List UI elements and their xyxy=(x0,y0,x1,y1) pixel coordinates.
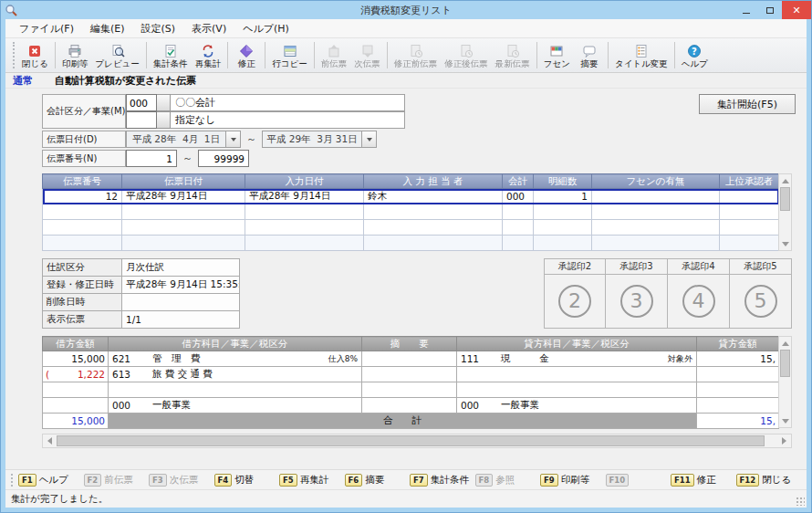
cell-summary xyxy=(362,398,457,414)
fkey-f5-recalc[interactable]: F5再集計 xyxy=(279,474,345,487)
scroll-right-icon[interactable] xyxy=(777,434,791,447)
fkey-f11-modify[interactable]: F11修正 xyxy=(671,474,736,487)
aggregate-conditions-button[interactable]: 集計条件 xyxy=(150,38,192,72)
close-button[interactable]: ✕ xyxy=(782,1,811,19)
menu-view[interactable]: 表示(V) xyxy=(183,20,234,37)
recalculate-button[interactable]: 再集計 xyxy=(192,38,225,72)
row-copy-button[interactable]: 行コピー xyxy=(268,38,310,72)
fkey-f9-print[interactable]: F9印刷等 xyxy=(540,474,606,487)
total-label: 合 計 xyxy=(109,414,697,429)
voucher-table: 伝票番号 伝票日付 入力日付 入 力 担 当 者 会計 明細数 フセンの有無 上… xyxy=(42,173,779,251)
col-input-date[interactable]: 入力日付 xyxy=(245,174,364,189)
cell-voucher-no: 12 xyxy=(43,189,122,204)
fkey-f6-summary[interactable]: F6摘要 xyxy=(345,474,411,487)
registered-datetime-label: 登録・修正日時 xyxy=(43,277,122,294)
scroll-thumb[interactable] xyxy=(780,350,790,377)
fkey-f12-close[interactable]: F12閉じる xyxy=(736,474,802,487)
summary-button[interactable]: 摘要 xyxy=(574,38,605,72)
fkey-f1-help[interactable]: F1ヘルプ xyxy=(18,474,84,487)
scroll-down-icon[interactable] xyxy=(779,414,791,427)
displayed-voucher-value: 1/1 xyxy=(122,311,240,329)
approval-stamp-3: 承認印3 3 xyxy=(606,258,668,329)
date-to-dropdown-button[interactable] xyxy=(362,131,377,148)
total-credit-amount: 15, xyxy=(697,414,779,429)
cell xyxy=(43,236,122,251)
help-button[interactable]: ? ヘルプ xyxy=(678,38,712,72)
journal-division-label: 仕訳区分 xyxy=(43,259,122,277)
toolbar-separator xyxy=(55,42,56,68)
approval-header: 承認印5 xyxy=(730,259,791,275)
scroll-up-icon[interactable] xyxy=(779,337,791,350)
col-line-count[interactable]: 明細数 xyxy=(534,174,592,189)
resize-grip[interactable] xyxy=(796,497,805,506)
voucher-info-table: 仕訳区分 月次仕訳 登録・修正日時 平成28年 9月14日 15:35:31 削… xyxy=(42,258,240,329)
col-voucher-no[interactable]: 伝票番号 xyxy=(43,174,122,189)
print-button[interactable]: 印刷等 xyxy=(58,38,92,72)
preview-button[interactable]: プレビュー xyxy=(91,38,142,72)
col-approver[interactable]: 上位承認者 xyxy=(720,174,779,189)
account-code-dropdown-button[interactable] xyxy=(157,94,171,111)
voucher-number-to-input[interactable] xyxy=(198,150,249,167)
fkey-f10: F10 xyxy=(606,474,671,487)
title-change-button[interactable]: タイトル変更 xyxy=(611,38,671,72)
detail-scrollbar[interactable] xyxy=(778,336,792,428)
fkey-f4-switch[interactable]: F4切替 xyxy=(214,474,280,487)
recalc-icon xyxy=(201,43,215,58)
voucher-row-empty[interactable] xyxy=(43,220,779,236)
maximize-button[interactable] xyxy=(758,1,782,19)
menu-help[interactable]: ヘルプ(H) xyxy=(234,20,297,37)
menu-file[interactable]: ファイル(F) xyxy=(11,20,82,37)
col-input-person[interactable]: 入 力 担 当 者 xyxy=(364,174,503,189)
voucher-header-row: 伝票番号 伝票日付 入力日付 入 力 担 当 者 会計 明細数 フセンの有無 上… xyxy=(43,174,779,189)
account-code-input[interactable] xyxy=(126,94,157,111)
fkey-f7-conditions[interactable]: F7集計条件 xyxy=(410,474,475,487)
business-code-input[interactable] xyxy=(126,111,157,129)
toolbar-separator xyxy=(314,42,315,68)
fusen-button[interactable]: フセン xyxy=(540,38,574,72)
toolbar-separator xyxy=(536,42,537,68)
journal-detail: 借方金額 借方科目／事業／税区分 摘 要 貸方科目／事業／税区分 貸方金額 15… xyxy=(42,336,792,429)
preview-icon xyxy=(110,43,125,58)
voucher-row-empty[interactable] xyxy=(43,236,779,251)
fkey-f2-prev-voucher: F2前伝票 xyxy=(84,474,150,487)
aggregate-start-button[interactable]: 集計開始(F5) xyxy=(699,94,796,114)
number-range-tilde: ～ xyxy=(182,152,193,165)
modify-button[interactable]: 修正 xyxy=(231,38,262,72)
horizontal-scrollbar[interactable] xyxy=(42,434,792,448)
scroll-down-icon[interactable] xyxy=(779,237,791,250)
col-fusen[interactable]: フセンの有無 xyxy=(592,174,720,189)
scroll-thumb[interactable] xyxy=(780,187,790,211)
cell-debit-amount xyxy=(43,398,109,414)
business-code-dropdown-button[interactable] xyxy=(157,111,171,129)
minimize-button[interactable] xyxy=(734,1,758,19)
voucher-scrollbar[interactable] xyxy=(778,173,792,251)
cell xyxy=(245,236,364,251)
f9-badge: F9 xyxy=(540,474,558,487)
detail-row[interactable]: 15,000 621管 理 費仕入8% 111現 金対象外 15, xyxy=(43,351,779,367)
cell-debit-amount xyxy=(43,382,109,398)
menu-settings[interactable]: 設定(S) xyxy=(133,20,184,37)
conditions-icon xyxy=(163,43,178,58)
col-voucher-date[interactable]: 伝票日付 xyxy=(122,174,245,189)
cell xyxy=(245,204,364,220)
mode-description: 自動計算税額が変更された伝票 xyxy=(55,74,196,88)
col-account[interactable]: 会計 xyxy=(503,174,534,189)
date-from-dropdown-button[interactable] xyxy=(226,131,241,148)
voucher-number-from-input[interactable] xyxy=(126,150,177,167)
close-toolbar-button[interactable]: 閉じる xyxy=(18,38,52,72)
detail-row[interactable]: (1,222 613旅 費 交 通 費 xyxy=(43,367,779,382)
detail-business-row[interactable]: 000一般事業 000一般事業 xyxy=(43,398,779,414)
scroll-thumb[interactable] xyxy=(57,435,765,446)
scroll-left-icon[interactable] xyxy=(43,434,57,447)
cell xyxy=(122,236,245,251)
info-row: 表示伝票 1/1 xyxy=(43,311,240,329)
cell-credit-amount xyxy=(697,398,779,414)
menu-edit[interactable]: 編集(E) xyxy=(82,20,133,37)
voucher-row-empty[interactable] xyxy=(43,204,779,220)
f6-badge: F6 xyxy=(345,474,363,487)
cell-debit-amount: (1,222 xyxy=(43,367,109,382)
voucher-row-selected[interactable]: 12 平成28年 9月14日 平成28年 9月14日 鈴木 000 1 xyxy=(43,189,779,204)
detail-row[interactable] xyxy=(43,382,779,398)
scroll-up-icon[interactable] xyxy=(779,174,791,187)
approval-header: 承認印3 xyxy=(606,259,667,275)
